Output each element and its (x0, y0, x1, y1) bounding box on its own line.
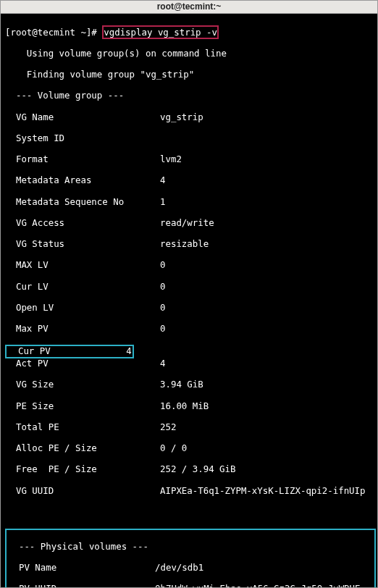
output-line: Finding volume group "vg_strip" (5, 70, 376, 80)
vg-field: Cur LV0 (5, 282, 376, 293)
vg-field: Open LV0 (5, 303, 376, 314)
window-title: root@tecmint:~ (157, 1, 222, 12)
highlighted-command: vgdisplay vg_strip -v (102, 25, 219, 39)
pv-field: PV UUIDQb7HdW-wuMi-Ebae-yA56-Gz3G-Jq5O-J… (8, 584, 373, 587)
vg-field: VG Size3.94 GiB (5, 379, 376, 390)
vg-field: VG UUIDAIPXEa-T6q1-ZYPM-xYsK-LIZX-qpi2-i… (5, 486, 376, 497)
shell-prompt: [root@tecmint ~]# (5, 27, 102, 38)
vg-field: Metadata Sequence No1 (5, 197, 376, 208)
vg-field: MAX LV0 (5, 260, 376, 271)
vg-field: VG Accessread/write (5, 218, 376, 229)
output-line: Using volume group(s) on command line (5, 49, 376, 59)
vg-field: VG Statusresizable (5, 239, 376, 250)
vg-field: Metadata Areas4 (5, 175, 376, 186)
vg-field: Free PE / Size252 / 3.94 GiB (5, 464, 376, 475)
vg-field: Act PV4 (5, 358, 376, 369)
vg-field: Alloc PE / Size0 / 0 (5, 443, 376, 454)
window-titlebar: root@tecmint:~ (1, 1, 377, 14)
pv-section-header: --- Physical volumes --- (8, 542, 373, 553)
cur-pv-value: 4 (126, 345, 131, 356)
pv-field: PV Name/dev/sdb1 (8, 563, 373, 574)
terminal-viewport[interactable]: [root@tecmint ~]# vgdisplay vg_strip -v … (1, 14, 377, 587)
vg-section-header: --- Volume group --- (5, 91, 376, 101)
highlighted-cur-pv: Cur PV 4 (5, 345, 134, 358)
cur-pv-label: Cur PV (7, 345, 126, 356)
vg-field: Total PE252 (5, 422, 376, 433)
command-line: [root@tecmint ~]# vgdisplay vg_strip -v (5, 28, 376, 38)
vg-field: PE Size16.00 MiB (5, 401, 376, 412)
highlighted-pv-box: --- Physical volumes --- PV Name/dev/sdb… (5, 529, 376, 587)
vg-field: VG Namevg_strip (5, 112, 376, 123)
blank-line (5, 507, 376, 518)
vg-field: System ID (5, 133, 376, 144)
vg-field: Formatlvm2 (5, 154, 376, 165)
terminal-window: root@tecmint:~ [root@tecmint ~]# vgdispl… (0, 0, 378, 588)
vg-field: Max PV0 (5, 324, 376, 335)
